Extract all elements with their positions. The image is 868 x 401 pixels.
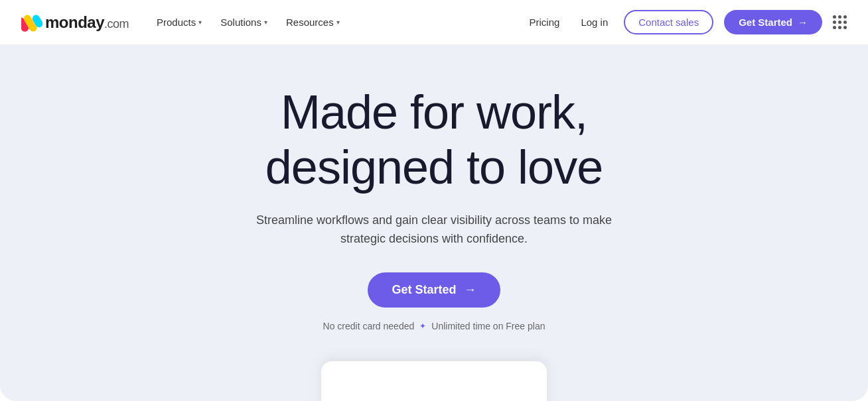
contact-sales-button[interactable]: Contact sales: [624, 10, 713, 34]
navbar-left: monday.com Products ▾ Solutions ▾ Resour…: [21, 13, 346, 32]
hero-preview-card: [321, 361, 547, 401]
chevron-down-icon: ▾: [198, 19, 202, 26]
nav-links: Products ▾ Solutions ▾ Resources ▾: [150, 13, 346, 32]
apps-grid-icon[interactable]: [833, 15, 847, 29]
hero-fine-print: No credit card needed ✦ Unlimited time o…: [323, 321, 545, 331]
hero-section: Made for work, designed to love Streamli…: [0, 45, 868, 401]
arrow-icon: →: [465, 283, 476, 297]
logo-dotcom: .com: [104, 17, 129, 30]
monday-logo-icon: [21, 13, 45, 32]
get-started-nav-button[interactable]: Get Started →: [724, 10, 822, 34]
chevron-down-icon: ▾: [336, 19, 340, 26]
navbar: monday.com Products ▾ Solutions ▾ Resour…: [0, 0, 868, 45]
arrow-icon: →: [798, 17, 808, 28]
logo-wordmark: monday.com: [45, 13, 129, 32]
chevron-down-icon: ▾: [264, 19, 267, 26]
get-started-hero-button[interactable]: Get Started →: [368, 272, 500, 308]
hero-subtitle: Streamline workflows and gain clear visi…: [248, 211, 620, 249]
nav-item-resources[interactable]: Resources ▾: [279, 13, 346, 32]
nav-item-solutions[interactable]: Solutions ▾: [214, 13, 274, 32]
nav-item-products[interactable]: Products ▾: [150, 13, 208, 32]
nav-login-link[interactable]: Log in: [575, 13, 613, 32]
separator-icon: ✦: [419, 321, 426, 331]
hero-title: Made for work, designed to love: [265, 85, 603, 195]
navbar-right: Pricing Log in Contact sales Get Started…: [524, 10, 847, 34]
nav-pricing-link[interactable]: Pricing: [524, 13, 565, 32]
logo[interactable]: monday.com: [21, 13, 129, 32]
